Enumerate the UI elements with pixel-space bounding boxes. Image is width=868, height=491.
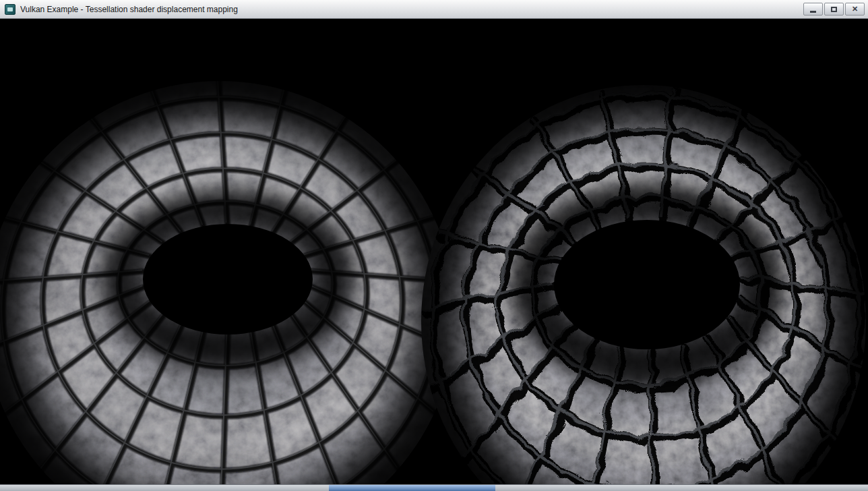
titlebar[interactable]: Vulkan Example - Tessellation shader dis… [0, 0, 868, 19]
window-bottom-frame [0, 484, 868, 491]
app-icon-glyph [7, 7, 13, 11]
render-viewport[interactable] [0, 19, 868, 484]
window-controls: ✕ [803, 3, 865, 16]
minimize-button[interactable] [803, 3, 823, 16]
maximize-button[interactable] [824, 3, 844, 16]
app-window: Vulkan Example - Tessellation shader dis… [0, 0, 868, 491]
minimize-icon [810, 11, 816, 13]
close-button[interactable]: ✕ [845, 3, 865, 16]
render-canvas [0, 19, 868, 484]
close-icon: ✕ [852, 5, 858, 13]
maximize-icon [831, 7, 837, 12]
app-icon [5, 4, 16, 15]
window-title: Vulkan Example - Tessellation shader dis… [20, 0, 803, 19]
taskbar-sliver [329, 485, 495, 491]
